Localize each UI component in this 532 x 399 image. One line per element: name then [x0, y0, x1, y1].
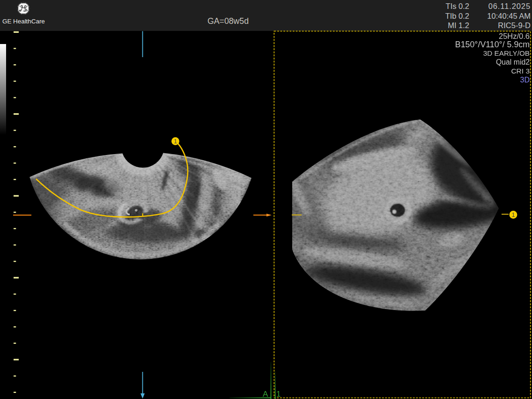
- svg-text:1: 1: [174, 138, 177, 145]
- svg-text:A: A: [263, 390, 268, 399]
- svg-text:1: 1: [512, 212, 515, 218]
- svg-text:1: 1: [276, 390, 281, 399]
